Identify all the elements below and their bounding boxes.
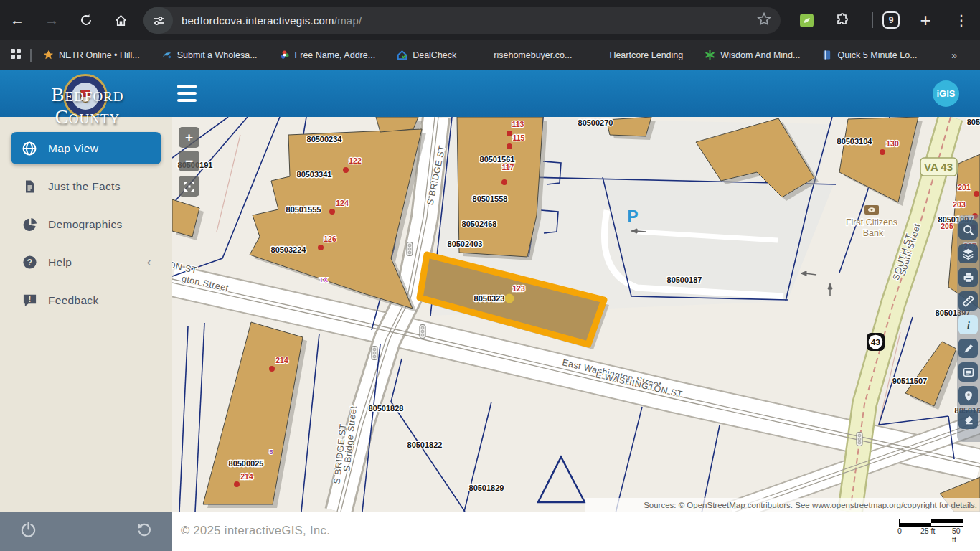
bookmark-item[interactable]: Heartcore Lending [593, 50, 683, 60]
address-label: 214 [240, 472, 253, 481]
parcel-label: 80501829 [469, 484, 504, 492]
browser-toolbar: ← → bedfordcova.interactivegis.com/map/ … [0, 0, 980, 40]
sidebar-item-label: Demographics [48, 218, 123, 231]
bookmarks-overflow-chevron[interactable]: » [951, 50, 957, 61]
fullscreen-button[interactable] [179, 176, 199, 197]
layers-icon [962, 248, 974, 260]
print-tool-button[interactable] [958, 268, 978, 287]
extensions-puzzle-icon[interactable] [832, 10, 852, 30]
county-wordmark: Bedford County [17, 84, 158, 128]
bookmark-favicon-book [821, 50, 832, 60]
scale-label-50: 50 ft [952, 527, 963, 544]
back-icon[interactable]: ← [7, 10, 27, 30]
address-point [269, 366, 275, 372]
bookmark-item[interactable]: Quick 5 Minute Lo... [821, 50, 917, 60]
draw-tool-button[interactable] [958, 339, 978, 358]
hamburger-menu-icon[interactable] [177, 85, 197, 102]
address-point [329, 209, 335, 215]
map-scale-bar: 0 25 ft 50 ft [899, 519, 963, 537]
traffic-signal-icon [857, 433, 862, 446]
extension-badge-icon[interactable] [800, 14, 814, 27]
address-bar[interactable]: bedfordcova.interactivegis.com/map/ [143, 7, 781, 34]
address-label: 123 [512, 284, 525, 293]
tab-counter[interactable]: 9 [882, 11, 900, 29]
apps-grid-icon[interactable] [10, 48, 22, 62]
parcel-label: 80502403 [448, 240, 483, 248]
tab-count-value: 9 [889, 15, 894, 25]
new-tab-icon[interactable]: + [915, 10, 936, 30]
parcel-label: 80501558 [473, 194, 508, 203]
search-icon [962, 224, 974, 236]
app-header: Bedford County iGIS [0, 70, 980, 117]
parcel-label: 80501828 [369, 404, 404, 413]
address-label: 122 [349, 156, 362, 165]
page: ← → bedfordcova.interactivegis.com/map/ … [0, 0, 980, 551]
address-label: 117 [502, 163, 514, 171]
globe-icon [21, 140, 38, 157]
bookmark-favicon-none [478, 50, 489, 60]
help-icon: ? [21, 254, 38, 271]
address-point [507, 131, 512, 136]
zoom-out-button[interactable]: − [179, 151, 199, 171]
reload-icon[interactable] [76, 10, 96, 30]
bookmark-item[interactable]: Submit a Wholesa... [161, 50, 258, 60]
erase-tool-button[interactable] [958, 410, 978, 429]
sidebar-item-map-view[interactable]: Map View [11, 132, 161, 164]
power-icon[interactable] [20, 522, 37, 541]
parking-poi: P [627, 207, 638, 226]
info-tool-button[interactable]: i [958, 315, 978, 334]
bookmark-item[interactable]: risehomebuyer.co... [478, 50, 572, 60]
measure-tool-button[interactable] [958, 291, 978, 311]
sidebar-item-just-the-facts[interactable]: Just the Facts [11, 170, 161, 202]
address-point [501, 179, 507, 185]
address-label: 124 [336, 199, 349, 207]
map-attribution: Sources: © OpenStreetMap contributors. S… [585, 498, 980, 512]
sidebar-footer [0, 512, 172, 551]
svg-text:Sources: © OpenStreetMap contr: Sources: © OpenStreetMap contributors. S… [644, 501, 977, 509]
traffic-signal-icon [372, 347, 377, 360]
igis-badge[interactable]: iGIS [933, 80, 959, 107]
bookmark-label: risehomebuyer.co... [494, 50, 572, 60]
layers-tool-button[interactable] [958, 244, 978, 263]
bookmark-item[interactable]: NETR Online • Hill... [43, 50, 140, 60]
sidebar-item-demographics[interactable]: Demographics [11, 208, 161, 240]
table-tool-button[interactable] [958, 362, 978, 382]
location-tool-button[interactable] [958, 386, 978, 405]
bookmarks-bar: NETR Online • Hill...Submit a Wholesa...… [0, 40, 980, 70]
site-settings-icon[interactable] [143, 7, 173, 34]
sidebar-item-help[interactable]: ?Help‹ [11, 246, 161, 278]
address-point [507, 143, 512, 149]
sidebar: Map ViewJust the FactsDemographics?Help‹… [0, 117, 172, 512]
svg-text:VA 43: VA 43 [924, 161, 953, 173]
home-icon[interactable] [110, 10, 131, 30]
reset-icon[interactable] [136, 522, 152, 541]
parcel-label: 80500025 [229, 459, 264, 468]
address-label: 113 [512, 120, 524, 128]
bookmark-label: Quick 5 Minute Lo... [837, 50, 917, 60]
feedback-icon: ! [21, 292, 38, 309]
misc-map-label: 5 [269, 448, 273, 456]
sidebar-item-label: Map View [48, 142, 98, 155]
forward-icon[interactable]: → [42, 10, 62, 30]
bookmark-favicon-pinwheel [279, 50, 290, 60]
zoom-in-button[interactable]: + [179, 127, 199, 148]
location-icon [963, 390, 974, 402]
chevron-left-icon[interactable]: ‹ [147, 255, 151, 270]
sidebar-item-feedback[interactable]: !Feedback [11, 284, 161, 316]
menu-kebab-icon[interactable]: ⋮ [951, 10, 971, 30]
url-text[interactable]: bedfordcova.interactivegis.com/map/ [182, 14, 362, 27]
bookmark-item[interactable]: Free Name, Addre... [279, 50, 376, 60]
address-point [318, 245, 324, 250]
bookmark-item[interactable]: DealCheck [397, 50, 456, 60]
scale-label-0: 0 [897, 527, 902, 535]
bookmark-favicon-star [43, 50, 54, 60]
bookmark-label: DealCheck [413, 50, 456, 60]
map-canvas[interactable]: First Citizens Bank P VA 43 43 S BRIDGE … [172, 117, 980, 512]
toolbar-divider [872, 12, 873, 28]
search-tool-button[interactable] [958, 220, 978, 240]
bookmark-item[interactable]: Wisdom And Mind... [705, 50, 800, 60]
map-container: First Citizens Bank P VA 43 43 S BRIDGE … [172, 117, 980, 512]
footer: © 2025 interactiveGIS, Inc. 0 25 ft 50 f… [0, 512, 980, 551]
parcel-label: 80500270 [578, 118, 613, 127]
bookmark-star-icon[interactable] [756, 11, 772, 30]
